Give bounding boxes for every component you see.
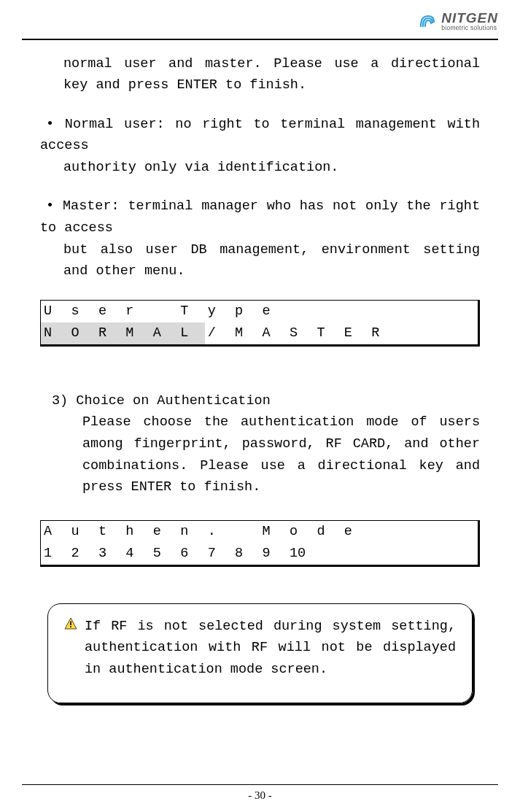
- svg-rect-1: [70, 626, 71, 627]
- lcd-cell: A: [150, 322, 177, 344]
- lcd-cell: e: [260, 301, 287, 322]
- lcd-cell: M: [260, 521, 287, 543]
- brand-tagline: biometric solutions: [441, 25, 498, 31]
- lcd-cell: /: [205, 322, 232, 344]
- warning-icon: [64, 617, 77, 634]
- lcd-cell: S: [287, 322, 314, 344]
- lcd-cell: A: [260, 322, 287, 344]
- lcd-cell: [396, 322, 423, 344]
- footer-divider: [22, 784, 498, 785]
- lcd-cell: [287, 301, 314, 322]
- lcd-authen-mode: Authen.Mode 12345678910: [40, 520, 480, 567]
- lcd-cell: [368, 301, 395, 322]
- lcd-cell: h: [123, 521, 150, 543]
- lcd-cell: u: [68, 521, 95, 543]
- bullet-line-2: authority only via identification.: [40, 157, 480, 179]
- lcd-cell: [396, 301, 423, 322]
- section-title: Choice on Authentication: [76, 393, 270, 409]
- lcd-cell: [396, 543, 423, 565]
- lcd-cell: t: [96, 521, 123, 543]
- brand-name: NITGEN: [441, 11, 498, 25]
- lcd-cell: 7: [205, 543, 232, 565]
- lcd-cell: N: [41, 322, 68, 344]
- lcd-cell: r: [123, 301, 150, 322]
- lcd-cell: [341, 301, 368, 322]
- lcd-cell: 9: [260, 543, 287, 565]
- lcd-user-type: UserType NORMAL/MASTER: [40, 300, 480, 347]
- lcd-cell: U: [41, 301, 68, 322]
- lcd-cell: e: [150, 521, 177, 543]
- lcd-cell: T: [314, 322, 341, 344]
- bullet-line-1: • Master: terminal manager who has not o…: [40, 198, 480, 236]
- lcd-cell: 2: [68, 543, 95, 565]
- lcd-cell: E: [341, 322, 368, 344]
- lcd-cell: o: [287, 521, 314, 543]
- bullet-master: • Master: terminal manager who has not o…: [40, 196, 480, 282]
- lcd-cell: .: [205, 521, 232, 543]
- lcd-cell: R: [96, 322, 123, 344]
- lcd-cell: R: [368, 322, 395, 344]
- lcd-cell: [451, 521, 478, 543]
- section-body: Please choose the authentication mode of…: [40, 411, 480, 498]
- lcd-cell: 3: [96, 543, 123, 565]
- bullet-line-1: • Normal user: no right to terminal mana…: [40, 117, 480, 154]
- lcd-cell: [423, 322, 450, 344]
- lcd-cell: [451, 301, 478, 322]
- intro-paragraph: normal user and master. Please use a dir…: [40, 53, 480, 96]
- lcd-cell: [423, 521, 450, 543]
- header: NITGEN biometric solutions: [0, 0, 520, 39]
- lcd-cell: [423, 301, 450, 322]
- page-number: - 30 -: [22, 789, 498, 802]
- lcd-cell: [314, 543, 341, 565]
- lcd-cell: [423, 543, 450, 565]
- lcd-cell: d: [314, 521, 341, 543]
- lcd-cell: e: [96, 301, 123, 322]
- lcd-cell: [232, 521, 259, 543]
- lcd-cell: M: [123, 322, 150, 344]
- lcd-cell: 1: [41, 543, 68, 565]
- lcd-cell: [150, 301, 177, 322]
- lcd-cell: p: [232, 301, 259, 322]
- lcd-cell: [396, 521, 423, 543]
- lcd-cell: T: [177, 301, 204, 322]
- section-heading: 3) Choice on Authentication: [40, 390, 480, 412]
- lcd-cell: O: [68, 322, 95, 344]
- footer: - 30 -: [22, 784, 498, 802]
- lcd-cell: L: [177, 322, 204, 344]
- lcd-cell: [368, 521, 395, 543]
- lcd-cell: A: [41, 521, 68, 543]
- lcd-cell: [314, 301, 341, 322]
- page-content: normal user and master. Please use a dir…: [0, 40, 520, 703]
- lcd-cell: y: [205, 301, 232, 322]
- fingerprint-icon: [418, 12, 437, 31]
- lcd-cell: 6: [177, 543, 204, 565]
- lcd-cell: n: [177, 521, 204, 543]
- note-box: If RF is not selected during system sett…: [47, 603, 473, 703]
- brand-logo: NITGEN biometric solutions: [418, 11, 498, 31]
- lcd-cell: [451, 322, 478, 344]
- lcd-cell: 10: [287, 543, 314, 565]
- lcd-cell: 4: [123, 543, 150, 565]
- lcd-cell: M: [232, 322, 259, 344]
- bullet-line-2: but also user DB management, environment…: [40, 239, 480, 282]
- lcd-cell: s: [68, 301, 95, 322]
- lcd-cell: [341, 543, 368, 565]
- note-text: If RF is not selected during system sett…: [85, 616, 456, 681]
- lcd-cell: [451, 543, 478, 565]
- lcd-cell: 5: [150, 543, 177, 565]
- svg-rect-0: [70, 621, 71, 625]
- lcd-cell: [368, 543, 395, 565]
- lcd-cell: e: [341, 521, 368, 543]
- section-number: 3): [52, 393, 68, 409]
- lcd-cell: 8: [232, 543, 259, 565]
- bullet-normal-user: • Normal user: no right to terminal mana…: [40, 114, 480, 179]
